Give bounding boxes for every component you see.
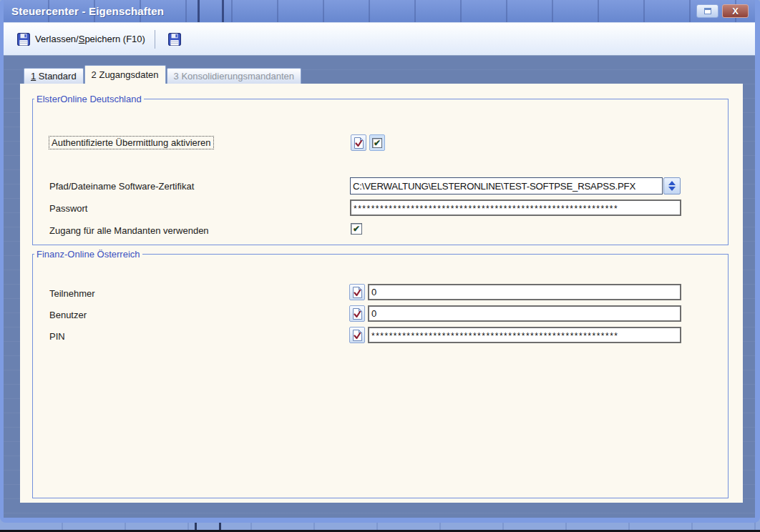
cert-path-input[interactable] xyxy=(350,177,663,194)
restore-icon xyxy=(704,8,711,14)
benutzer-apply-button[interactable] xyxy=(349,305,365,322)
all-clients-label: Zugang für alle Mandanten verwenden xyxy=(49,225,209,236)
password-label: Passwort xyxy=(49,203,87,214)
auth-checkbox-box: ✔ xyxy=(372,138,382,148)
pin-apply-button[interactable] xyxy=(349,327,365,343)
teilnehmer-label: Teilnehmer xyxy=(49,288,95,299)
background-grid-line xyxy=(198,0,200,22)
apply-check-icon xyxy=(353,137,364,149)
group-elsteronline-deutschland: ElsterOnline Deutschland Authentifiziert… xyxy=(32,94,729,245)
titlebar: Steuercenter - Eigenschaften X xyxy=(4,0,755,22)
dialog-body: 1 Standard 2 Zugangsdaten 3 Konsolidieru… xyxy=(4,56,755,518)
checkmark-icon: ✔ xyxy=(353,225,360,233)
restore-button[interactable] xyxy=(696,4,718,18)
spinner-down-icon xyxy=(668,187,676,191)
checkmark-icon: ✔ xyxy=(374,138,381,147)
teilnehmer-apply-button[interactable] xyxy=(349,284,365,300)
window-title: Steuercenter - Eigenschaften xyxy=(4,5,164,17)
teilnehmer-input[interactable] xyxy=(368,284,681,300)
close-icon: X xyxy=(732,6,739,16)
spinner-up-icon xyxy=(668,181,676,185)
apply-check-icon xyxy=(351,307,363,320)
auth-apply-button[interactable] xyxy=(351,134,366,151)
benutzer-input[interactable] xyxy=(368,305,681,322)
steuercenter-window: Steuercenter - Eigenschaften X xyxy=(0,0,760,523)
save-button[interactable] xyxy=(162,29,187,49)
apply-check-icon xyxy=(351,329,363,342)
cert-path-spinner[interactable] xyxy=(663,177,681,194)
screen: Steuercenter - Eigenschaften X xyxy=(0,0,760,532)
save-exit-button[interactable]: Verlassen/Speichern (F10) xyxy=(11,29,152,49)
cert-path-label: Pfad/Dateiname Software-Zertifikat xyxy=(49,181,194,192)
password-input[interactable] xyxy=(350,200,681,216)
toolbar-separator xyxy=(155,30,155,49)
auth-checkbox[interactable]: ✔ xyxy=(369,134,385,151)
close-button[interactable]: X xyxy=(722,4,749,18)
toolbar: Verlassen/Speichern (F10) xyxy=(4,22,755,56)
pin-label: PIN xyxy=(49,331,65,342)
tab-zugangsdaten[interactable]: 2 Zugangsdaten xyxy=(84,65,166,84)
pin-input[interactable] xyxy=(368,327,681,343)
tab-standard[interactable]: 1 Standard xyxy=(24,68,84,84)
all-clients-checkbox[interactable]: ✔ xyxy=(351,223,362,235)
tab-konsolidierungsmandanten[interactable]: 3 Konsolidierungsmandanten xyxy=(167,68,301,84)
save-floppy-icon xyxy=(17,33,30,46)
group-finanzonline-title: Finanz-Online Österreich xyxy=(34,249,142,260)
auth-transmission-label: Authentifizierte Übermittlung aktivieren xyxy=(49,136,214,149)
group-elsteronline-title: ElsterOnline Deutschland xyxy=(34,94,144,104)
tab-bar: 1 Standard 2 Zugangsdaten 3 Konsolidieru… xyxy=(20,65,743,84)
window-controls: X xyxy=(696,4,749,18)
save-exit-label: Verlassen/Speichern (F10) xyxy=(35,34,145,44)
save-floppy-icon xyxy=(168,33,181,46)
background-grid-line xyxy=(222,0,224,22)
apply-check-icon xyxy=(351,286,363,299)
tab-page-zugangsdaten: ElsterOnline Deutschland Authentifiziert… xyxy=(20,84,743,503)
group-finanzonline-oesterreich: Finanz-Online Österreich Teilnehmer Benu… xyxy=(32,249,729,498)
benutzer-label: Benutzer xyxy=(49,310,87,320)
